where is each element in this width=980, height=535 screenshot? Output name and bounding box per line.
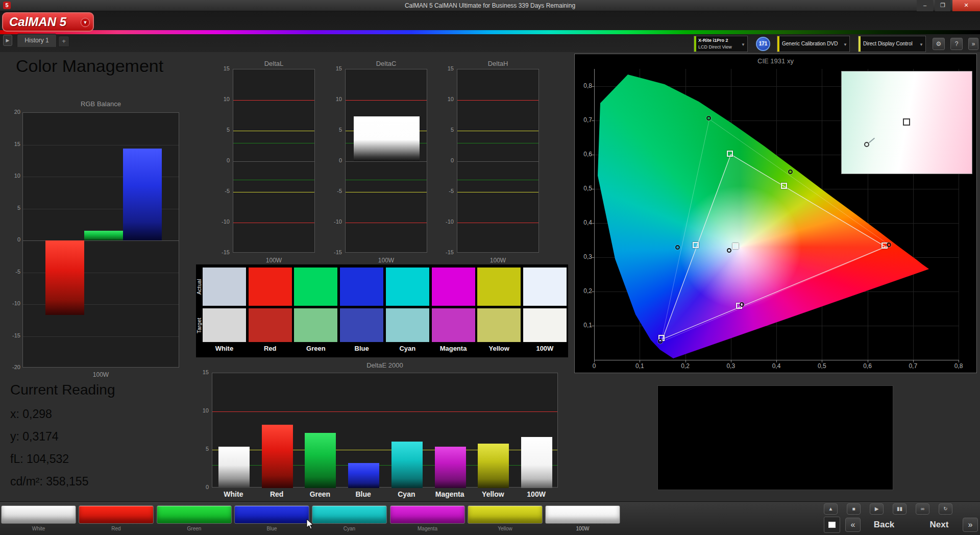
- display-control-dropdown[interactable]: Direct Display Control ▼: [858, 36, 926, 52]
- add-tab-button[interactable]: +: [58, 36, 69, 47]
- y-tick-label: -15: [326, 249, 342, 255]
- tick-mark: [592, 189, 594, 189]
- pattern-label: Cyan: [312, 526, 387, 531]
- zero-line: [346, 161, 427, 162]
- chevron-down-icon[interactable]: ▼: [843, 42, 847, 47]
- x-category-label: White: [212, 490, 255, 498]
- y-tick-label: 0,2: [578, 287, 592, 295]
- calman-logo[interactable]: CalMAN 5 ▼: [2, 12, 94, 32]
- y-tick-label: 0: [193, 484, 209, 490]
- x-tick-label: 0,4: [769, 362, 784, 370]
- swatch-target-100w: [523, 308, 567, 342]
- y-axis-ticks: 151050-5-10-15: [213, 60, 230, 264]
- loop-button[interactable]: ∞: [916, 503, 929, 515]
- inset-trend-line: [869, 138, 875, 143]
- cie-measured-marker: [727, 248, 731, 253]
- swatch-actual-magenta: [432, 268, 475, 306]
- logo-text: CalMAN 5: [9, 15, 66, 29]
- pattern-button-blue[interactable]: [234, 505, 309, 524]
- pattern-button-green[interactable]: [157, 505, 232, 524]
- logo-menu-caret-icon[interactable]: ▼: [81, 18, 90, 27]
- y-tick-label: 0,5: [578, 185, 592, 192]
- swatch-target-red: [249, 308, 292, 342]
- current-reading-title: Current Reading: [10, 382, 115, 398]
- swatch-actual-blue: [340, 268, 383, 306]
- pattern-button-yellow[interactable]: [468, 505, 543, 524]
- window-square-icon: [828, 522, 836, 528]
- chart-title: CIE 1931 xy: [575, 57, 976, 65]
- x-tick-label: 0,8: [951, 362, 966, 370]
- source-dropdown[interactable]: Generic Calibration DVD ▼: [777, 36, 850, 52]
- minimize-button[interactable]: –: [917, 0, 933, 11]
- cie-target-marker: [732, 243, 739, 249]
- next-button[interactable]: Next: [919, 518, 960, 532]
- y-tick-label: 10: [213, 96, 230, 102]
- y-tick-label: 0,8: [578, 82, 592, 89]
- pattern-button-magenta[interactable]: [390, 505, 465, 524]
- y-tick-label: -15: [437, 249, 454, 255]
- pattern-button-red[interactable]: [79, 505, 154, 524]
- reference-line-yellow: [346, 192, 427, 192]
- y-tick-label: 0: [326, 157, 342, 163]
- help-icon[interactable]: ?: [950, 38, 963, 50]
- swatch-column-label: Blue: [340, 345, 383, 352]
- chart-title: DeltaE 2000: [212, 361, 558, 369]
- cie-measured-marker: [887, 242, 891, 247]
- chevron-down-icon[interactable]: ▼: [741, 42, 745, 47]
- refresh-button[interactable]: ↻: [939, 503, 952, 515]
- maximize-button[interactable]: ❐: [935, 0, 950, 11]
- cie-measured-marker: [788, 169, 793, 174]
- pattern-button-cyan[interactable]: [312, 505, 387, 524]
- back-chevron-icon[interactable]: «: [845, 518, 861, 532]
- source-accent: [777, 36, 779, 52]
- y-tick-label: -10: [5, 300, 20, 306]
- color-swatch-table: Actual Target WhiteRedGreenBlueCyanMagen…: [196, 264, 568, 357]
- row-label-target: Target: [196, 308, 203, 343]
- cie-measured-marker: [658, 339, 663, 344]
- inset-measured-marker: [864, 142, 869, 147]
- swatch-target-blue: [340, 308, 383, 342]
- pattern-button-white[interactable]: [1, 505, 76, 524]
- stop-button[interactable]: ■: [847, 503, 861, 515]
- display-name: Direct Display Control: [863, 41, 913, 46]
- reference-line-green: [346, 180, 427, 180]
- chart-title: DeltaL: [233, 60, 315, 67]
- chart-title: DeltaH: [457, 60, 539, 67]
- x-tick-label: 0,5: [814, 362, 829, 370]
- deltae-bar-100w: [521, 437, 552, 489]
- x-category-label: Cyan: [385, 490, 428, 498]
- chevron-down-icon[interactable]: ▼: [919, 42, 923, 47]
- y-tick-label: 5: [193, 446, 209, 452]
- reference-line-green: [457, 143, 538, 143]
- y-tick-label: -10: [437, 218, 454, 225]
- window-title: CalMAN 5 CalMAN Ultimate for Business 33…: [0, 0, 980, 11]
- pattern-button-100w[interactable]: [545, 505, 620, 524]
- next-chevron-icon[interactable]: »: [963, 518, 978, 532]
- cie-measured-marker: [706, 116, 711, 120]
- y-tick-label: 0,7: [578, 116, 592, 124]
- tick-mark: [592, 223, 594, 224]
- close-button[interactable]: ✕: [952, 0, 980, 11]
- y-tick-label: 15: [326, 65, 342, 71]
- current-reading-line: y: 0,3174: [10, 430, 59, 444]
- play-button[interactable]: ▶: [870, 503, 884, 515]
- tab-history-1[interactable]: History 1: [17, 34, 57, 47]
- cie-1931-chart: CIE 1931 xy 00,10,20,30,40,50,60,70,80,1…: [574, 54, 977, 373]
- reference-line-red: [457, 100, 538, 101]
- cie-target-marker: [693, 242, 699, 248]
- chart-plot: [233, 69, 315, 253]
- pause-button[interactable]: ▮▮: [893, 503, 906, 515]
- display-accent: [859, 36, 861, 52]
- back-button[interactable]: Back: [864, 518, 904, 532]
- meter-name: X-Rite i1Pro 2: [698, 38, 728, 43]
- pattern-window-button[interactable]: [824, 517, 840, 533]
- x-category-label: Blue: [341, 490, 385, 498]
- eject-button[interactable]: ▲: [824, 503, 838, 515]
- meter-dropdown[interactable]: X-Rite i1Pro 2 LCD Direct View ▼: [694, 36, 748, 52]
- gear-icon[interactable]: ⚙: [933, 38, 945, 50]
- collapse-arrow-icon[interactable]: ▶: [3, 35, 12, 46]
- more-chevron-icon[interactable]: »: [968, 38, 978, 50]
- tick-mark: [592, 326, 594, 326]
- deltae-bar-cyan: [391, 442, 423, 489]
- meter-mode: LCD Direct View: [698, 44, 732, 50]
